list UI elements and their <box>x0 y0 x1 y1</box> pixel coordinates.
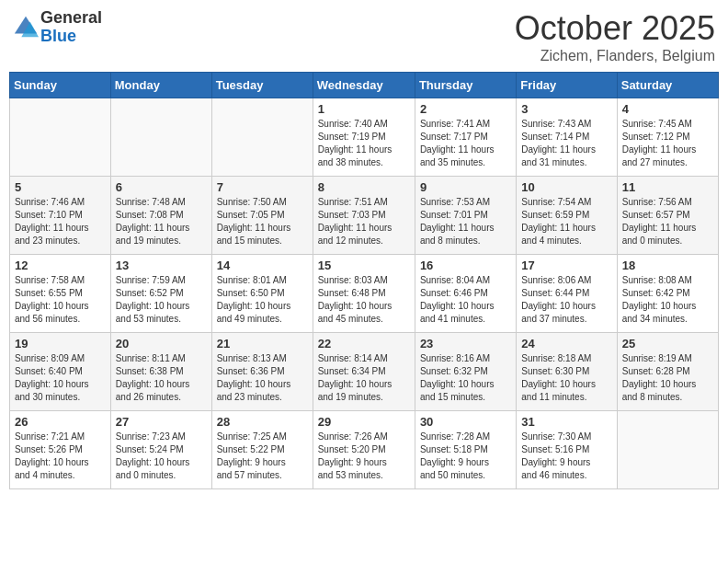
logo-text: General Blue <box>40 9 102 46</box>
day-number: 8 <box>318 180 410 194</box>
day-info: Sunrise: 7:25 AM Sunset: 5:22 PM Dayligh… <box>217 431 308 482</box>
day-info: Sunrise: 8:19 AM Sunset: 6:28 PM Dayligh… <box>622 352 713 404</box>
day-info: Sunrise: 7:41 AM Sunset: 7:17 PM Dayligh… <box>420 118 511 169</box>
calendar-day-cell: 12Sunrise: 7:58 AM Sunset: 6:55 PM Dayli… <box>10 255 111 333</box>
calendar-day-cell <box>10 98 111 177</box>
day-number: 3 <box>521 102 611 116</box>
day-number: 11 <box>622 180 713 194</box>
day-number: 31 <box>521 415 611 429</box>
day-info: Sunrise: 7:51 AM Sunset: 7:03 PM Dayligh… <box>318 196 410 247</box>
calendar-day-cell: 13Sunrise: 7:59 AM Sunset: 6:52 PM Dayli… <box>110 255 211 333</box>
day-number: 29 <box>318 415 410 429</box>
day-number: 14 <box>217 259 308 272</box>
calendar-day-cell: 22Sunrise: 8:14 AM Sunset: 6:34 PM Dayli… <box>313 333 415 411</box>
logo-general: General <box>40 9 102 28</box>
calendar-day-cell <box>110 98 211 177</box>
weekday-header: Friday <box>517 73 617 98</box>
calendar-day-cell <box>617 411 718 489</box>
calendar-day-cell: 29Sunrise: 7:26 AM Sunset: 5:20 PM Dayli… <box>313 411 415 489</box>
calendar-day-cell: 4Sunrise: 7:45 AM Sunset: 7:12 PM Daylig… <box>617 98 718 177</box>
calendar-day-cell: 2Sunrise: 7:41 AM Sunset: 7:17 PM Daylig… <box>415 98 516 177</box>
calendar-body: 1Sunrise: 7:40 AM Sunset: 7:19 PM Daylig… <box>10 98 719 489</box>
calendar-day-cell: 26Sunrise: 7:21 AM Sunset: 5:26 PM Dayli… <box>10 411 111 489</box>
calendar-table: SundayMondayTuesdayWednesdayThursdayFrid… <box>9 72 719 489</box>
day-info: Sunrise: 8:11 AM Sunset: 6:38 PM Dayligh… <box>116 352 207 404</box>
day-info: Sunrise: 7:28 AM Sunset: 5:18 PM Dayligh… <box>420 431 511 482</box>
day-number: 9 <box>420 180 511 194</box>
weekday-header: Wednesday <box>313 73 415 98</box>
calendar-day-cell: 6Sunrise: 7:48 AM Sunset: 7:08 PM Daylig… <box>110 177 211 255</box>
day-info: Sunrise: 8:06 AM Sunset: 6:44 PM Dayligh… <box>521 274 611 326</box>
weekday-header: Saturday <box>617 73 718 98</box>
weekday-header: Sunday <box>10 73 111 98</box>
day-info: Sunrise: 7:46 AM Sunset: 7:10 PM Dayligh… <box>15 196 106 247</box>
calendar-day-cell: 17Sunrise: 8:06 AM Sunset: 6:44 PM Dayli… <box>517 255 617 333</box>
day-number: 27 <box>116 415 207 429</box>
weekday-header: Tuesday <box>211 73 313 98</box>
logo-icon <box>13 15 39 40</box>
day-info: Sunrise: 8:18 AM Sunset: 6:30 PM Dayligh… <box>521 352 611 404</box>
day-number: 21 <box>217 337 308 350</box>
title-block: October 2025 Zichem, Flanders, Belgium <box>515 9 715 64</box>
day-info: Sunrise: 8:01 AM Sunset: 6:50 PM Dayligh… <box>217 274 308 326</box>
logo-blue: Blue <box>40 28 102 46</box>
calendar-day-cell: 31Sunrise: 7:30 AM Sunset: 5:16 PM Dayli… <box>517 411 617 489</box>
day-info: Sunrise: 8:14 AM Sunset: 6:34 PM Dayligh… <box>318 352 410 404</box>
day-number: 25 <box>622 337 713 350</box>
day-number: 12 <box>15 259 106 272</box>
calendar-day-cell: 24Sunrise: 8:18 AM Sunset: 6:30 PM Dayli… <box>517 333 617 411</box>
day-number: 7 <box>217 180 308 194</box>
day-number: 15 <box>318 259 410 272</box>
day-number: 19 <box>15 337 106 350</box>
calendar-day-cell: 11Sunrise: 7:56 AM Sunset: 6:57 PM Dayli… <box>617 177 718 255</box>
calendar-day-cell: 25Sunrise: 8:19 AM Sunset: 6:28 PM Dayli… <box>617 333 718 411</box>
calendar-week-row: 12Sunrise: 7:58 AM Sunset: 6:55 PM Dayli… <box>10 255 719 333</box>
calendar-week-row: 26Sunrise: 7:21 AM Sunset: 5:26 PM Dayli… <box>10 411 719 489</box>
calendar-day-cell: 3Sunrise: 7:43 AM Sunset: 7:14 PM Daylig… <box>517 98 617 177</box>
logo: General Blue <box>13 9 102 46</box>
day-info: Sunrise: 7:43 AM Sunset: 7:14 PM Dayligh… <box>521 118 611 169</box>
day-number: 24 <box>521 337 611 350</box>
day-info: Sunrise: 8:16 AM Sunset: 6:32 PM Dayligh… <box>420 352 511 404</box>
calendar-day-cell: 9Sunrise: 7:53 AM Sunset: 7:01 PM Daylig… <box>415 177 516 255</box>
day-info: Sunrise: 7:53 AM Sunset: 7:01 PM Dayligh… <box>420 196 511 247</box>
day-info: Sunrise: 7:58 AM Sunset: 6:55 PM Dayligh… <box>15 274 106 326</box>
calendar-day-cell: 27Sunrise: 7:23 AM Sunset: 5:24 PM Dayli… <box>110 411 211 489</box>
day-number: 17 <box>521 259 611 272</box>
day-number: 28 <box>217 415 308 429</box>
calendar-week-row: 5Sunrise: 7:46 AM Sunset: 7:10 PM Daylig… <box>10 177 719 255</box>
calendar-day-cell: 19Sunrise: 8:09 AM Sunset: 6:40 PM Dayli… <box>10 333 111 411</box>
calendar-day-cell: 10Sunrise: 7:54 AM Sunset: 6:59 PM Dayli… <box>517 177 617 255</box>
calendar-day-cell: 23Sunrise: 8:16 AM Sunset: 6:32 PM Dayli… <box>415 333 516 411</box>
location-subtitle: Zichem, Flanders, Belgium <box>515 48 715 64</box>
weekday-header: Monday <box>110 73 211 98</box>
day-info: Sunrise: 8:13 AM Sunset: 6:36 PM Dayligh… <box>217 352 308 404</box>
day-number: 16 <box>420 259 511 272</box>
page-header: General Blue October 2025 Zichem, Flande… <box>9 9 719 64</box>
day-info: Sunrise: 8:03 AM Sunset: 6:48 PM Dayligh… <box>318 274 410 326</box>
weekday-header: Thursday <box>415 73 516 98</box>
calendar-week-row: 1Sunrise: 7:40 AM Sunset: 7:19 PM Daylig… <box>10 98 719 177</box>
calendar-day-cell: 30Sunrise: 7:28 AM Sunset: 5:18 PM Dayli… <box>415 411 516 489</box>
calendar-day-cell: 21Sunrise: 8:13 AM Sunset: 6:36 PM Dayli… <box>211 333 313 411</box>
calendar-day-cell: 7Sunrise: 7:50 AM Sunset: 7:05 PM Daylig… <box>211 177 313 255</box>
calendar-day-cell: 28Sunrise: 7:25 AM Sunset: 5:22 PM Dayli… <box>211 411 313 489</box>
day-info: Sunrise: 7:54 AM Sunset: 6:59 PM Dayligh… <box>521 196 611 247</box>
day-info: Sunrise: 7:56 AM Sunset: 6:57 PM Dayligh… <box>622 196 713 247</box>
day-number: 10 <box>521 180 611 194</box>
day-info: Sunrise: 7:26 AM Sunset: 5:20 PM Dayligh… <box>318 431 410 482</box>
calendar-day-cell: 15Sunrise: 8:03 AM Sunset: 6:48 PM Dayli… <box>313 255 415 333</box>
day-info: Sunrise: 7:48 AM Sunset: 7:08 PM Dayligh… <box>116 196 207 247</box>
calendar-day-cell: 20Sunrise: 8:11 AM Sunset: 6:38 PM Dayli… <box>110 333 211 411</box>
day-number: 6 <box>116 180 207 194</box>
day-info: Sunrise: 7:59 AM Sunset: 6:52 PM Dayligh… <box>116 274 207 326</box>
day-number: 13 <box>116 259 207 272</box>
day-info: Sunrise: 8:08 AM Sunset: 6:42 PM Dayligh… <box>622 274 713 326</box>
day-number: 20 <box>116 337 207 350</box>
day-info: Sunrise: 7:30 AM Sunset: 5:16 PM Dayligh… <box>521 431 611 482</box>
day-number: 1 <box>318 102 410 116</box>
day-number: 4 <box>622 102 713 116</box>
calendar-day-cell: 8Sunrise: 7:51 AM Sunset: 7:03 PM Daylig… <box>313 177 415 255</box>
day-info: Sunrise: 7:45 AM Sunset: 7:12 PM Dayligh… <box>622 118 713 169</box>
day-info: Sunrise: 7:50 AM Sunset: 7:05 PM Dayligh… <box>217 196 308 247</box>
